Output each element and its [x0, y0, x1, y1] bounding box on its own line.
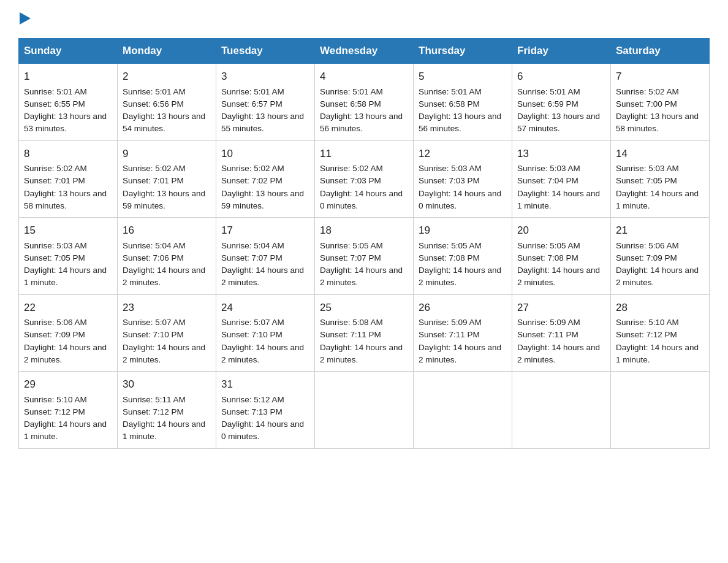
sunset-text: Sunset: 6:59 PM: [517, 99, 578, 109]
day-number: 20: [517, 223, 605, 239]
calendar-cell: 30Sunrise: 5:11 AMSunset: 7:12 PMDayligh…: [118, 372, 216, 449]
calendar-cell: 5Sunrise: 5:01 AMSunset: 6:58 PMDaylight…: [414, 64, 512, 141]
sunrise-text: Sunrise: 5:05 AM: [320, 241, 383, 250]
sunset-text: Sunset: 7:01 PM: [123, 176, 184, 185]
daylight-text: Daylight: 14 hours and 0 minutes.: [221, 419, 304, 441]
day-number: 25: [320, 300, 408, 316]
calendar-header-saturday: Saturday: [611, 39, 710, 64]
sunrise-text: Sunrise: 5:04 AM: [123, 241, 186, 250]
calendar-week-row: 29Sunrise: 5:10 AMSunset: 7:12 PMDayligh…: [19, 372, 710, 449]
calendar-week-row: 22Sunrise: 5:06 AMSunset: 7:09 PMDayligh…: [19, 294, 710, 372]
day-number: 6: [517, 69, 605, 85]
sunset-text: Sunset: 7:07 PM: [320, 253, 381, 262]
sunrise-text: Sunrise: 5:09 AM: [517, 318, 580, 327]
sunrise-text: Sunrise: 5:07 AM: [123, 318, 186, 327]
calendar-week-row: 1Sunrise: 5:01 AMSunset: 6:55 PMDaylight…: [19, 64, 710, 141]
daylight-text: Daylight: 14 hours and 2 minutes.: [221, 266, 304, 287]
daylight-text: Daylight: 14 hours and 2 minutes.: [123, 343, 205, 364]
daylight-text: Daylight: 14 hours and 0 minutes.: [320, 189, 403, 210]
sunset-text: Sunset: 7:01 PM: [24, 176, 85, 185]
calendar-cell: 18Sunrise: 5:05 AMSunset: 7:07 PMDayligh…: [315, 218, 414, 295]
calendar-header-friday: Friday: [512, 39, 611, 64]
day-number: 15: [24, 223, 112, 239]
sunrise-text: Sunrise: 5:01 AM: [221, 87, 284, 96]
daylight-text: Daylight: 14 hours and 1 minute.: [24, 419, 107, 441]
sunset-text: Sunset: 7:04 PM: [517, 176, 578, 185]
calendar-week-row: 8Sunrise: 5:02 AMSunset: 7:01 PMDaylight…: [19, 140, 710, 218]
sunrise-text: Sunrise: 5:01 AM: [320, 87, 383, 96]
day-number: 19: [419, 223, 507, 239]
day-number: 3: [221, 69, 309, 85]
sunrise-text: Sunrise: 5:01 AM: [123, 87, 186, 96]
calendar-cell: 26Sunrise: 5:09 AMSunset: 7:11 PMDayligh…: [414, 294, 512, 372]
calendar-cell: 16Sunrise: 5:04 AMSunset: 7:06 PMDayligh…: [118, 218, 216, 295]
sunset-text: Sunset: 7:12 PM: [123, 407, 184, 416]
daylight-text: Daylight: 14 hours and 1 minute.: [616, 343, 699, 364]
daylight-text: Daylight: 14 hours and 1 minute.: [123, 419, 205, 441]
daylight-text: Daylight: 13 hours and 56 minutes.: [419, 112, 501, 133]
sunrise-text: Sunrise: 5:01 AM: [24, 87, 87, 96]
day-number: 18: [320, 223, 408, 239]
calendar-header-wednesday: Wednesday: [315, 39, 414, 64]
calendar-cell: 24Sunrise: 5:07 AMSunset: 7:10 PMDayligh…: [216, 294, 315, 372]
sunrise-text: Sunrise: 5:06 AM: [616, 241, 679, 250]
sunrise-text: Sunrise: 5:02 AM: [320, 164, 383, 173]
sunrise-text: Sunrise: 5:10 AM: [616, 318, 679, 327]
day-number: 10: [221, 146, 309, 162]
daylight-text: Daylight: 13 hours and 58 minutes.: [616, 112, 699, 133]
sunset-text: Sunset: 7:08 PM: [517, 253, 578, 262]
daylight-text: Daylight: 14 hours and 0 minutes.: [419, 189, 501, 210]
calendar-cell: 7Sunrise: 5:02 AMSunset: 7:00 PMDaylight…: [611, 64, 710, 141]
sunrise-text: Sunrise: 5:01 AM: [419, 87, 482, 96]
sunset-text: Sunset: 7:03 PM: [419, 176, 480, 185]
sunrise-text: Sunrise: 5:03 AM: [517, 164, 580, 173]
day-number: 24: [221, 300, 309, 316]
calendar-cell: 15Sunrise: 5:03 AMSunset: 7:05 PMDayligh…: [19, 218, 118, 295]
daylight-text: Daylight: 14 hours and 2 minutes.: [419, 266, 501, 287]
sunset-text: Sunset: 7:10 PM: [221, 330, 282, 339]
daylight-text: Daylight: 14 hours and 2 minutes.: [419, 343, 501, 364]
day-number: 17: [221, 223, 309, 239]
calendar-cell: 6Sunrise: 5:01 AMSunset: 6:59 PMDaylight…: [512, 64, 611, 141]
calendar-cell: 20Sunrise: 5:05 AMSunset: 7:08 PMDayligh…: [512, 218, 611, 295]
daylight-text: Daylight: 14 hours and 2 minutes.: [320, 343, 403, 364]
sunset-text: Sunset: 7:12 PM: [616, 330, 677, 339]
daylight-text: Daylight: 14 hours and 2 minutes.: [221, 343, 304, 364]
day-number: 28: [616, 300, 704, 316]
sunset-text: Sunset: 7:09 PM: [616, 253, 677, 262]
daylight-text: Daylight: 14 hours and 1 minute.: [24, 266, 107, 287]
daylight-text: Daylight: 13 hours and 59 minutes.: [123, 189, 205, 210]
day-number: 27: [517, 300, 605, 316]
calendar-cell: 3Sunrise: 5:01 AMSunset: 6:57 PMDaylight…: [216, 64, 315, 141]
daylight-text: Daylight: 14 hours and 2 minutes.: [616, 266, 699, 287]
page-header: [18, 12, 710, 27]
calendar-cell: 13Sunrise: 5:03 AMSunset: 7:04 PMDayligh…: [512, 140, 611, 218]
daylight-text: Daylight: 13 hours and 56 minutes.: [320, 112, 403, 133]
svg-marker-0: [20, 12, 31, 25]
sunset-text: Sunset: 7:09 PM: [24, 330, 85, 339]
day-number: 21: [616, 223, 704, 239]
sunset-text: Sunset: 6:58 PM: [320, 99, 381, 109]
calendar-cell: 8Sunrise: 5:02 AMSunset: 7:01 PMDaylight…: [19, 140, 118, 218]
calendar-cell: 19Sunrise: 5:05 AMSunset: 7:08 PMDayligh…: [414, 218, 512, 295]
calendar-cell: 17Sunrise: 5:04 AMSunset: 7:07 PMDayligh…: [216, 218, 315, 295]
calendar-cell: 9Sunrise: 5:02 AMSunset: 7:01 PMDaylight…: [118, 140, 216, 218]
calendar-cell: [611, 372, 710, 449]
sunset-text: Sunset: 7:05 PM: [24, 253, 85, 262]
sunrise-text: Sunrise: 5:03 AM: [419, 164, 482, 173]
calendar-cell: 21Sunrise: 5:06 AMSunset: 7:09 PMDayligh…: [611, 218, 710, 295]
logo-arrow-icon: [20, 12, 31, 25]
day-number: 26: [419, 300, 507, 316]
sunrise-text: Sunrise: 5:08 AM: [320, 318, 383, 327]
sunrise-text: Sunrise: 5:07 AM: [221, 318, 284, 327]
calendar-cell: 23Sunrise: 5:07 AMSunset: 7:10 PMDayligh…: [118, 294, 216, 372]
day-number: 4: [320, 69, 408, 85]
day-number: 9: [123, 146, 211, 162]
calendar-cell: 11Sunrise: 5:02 AMSunset: 7:03 PMDayligh…: [315, 140, 414, 218]
calendar-cell: 14Sunrise: 5:03 AMSunset: 7:05 PMDayligh…: [611, 140, 710, 218]
calendar-cell: 10Sunrise: 5:02 AMSunset: 7:02 PMDayligh…: [216, 140, 315, 218]
day-number: 29: [24, 377, 112, 393]
day-number: 11: [320, 146, 408, 162]
day-number: 1: [24, 69, 112, 85]
calendar-week-row: 15Sunrise: 5:03 AMSunset: 7:05 PMDayligh…: [19, 218, 710, 295]
